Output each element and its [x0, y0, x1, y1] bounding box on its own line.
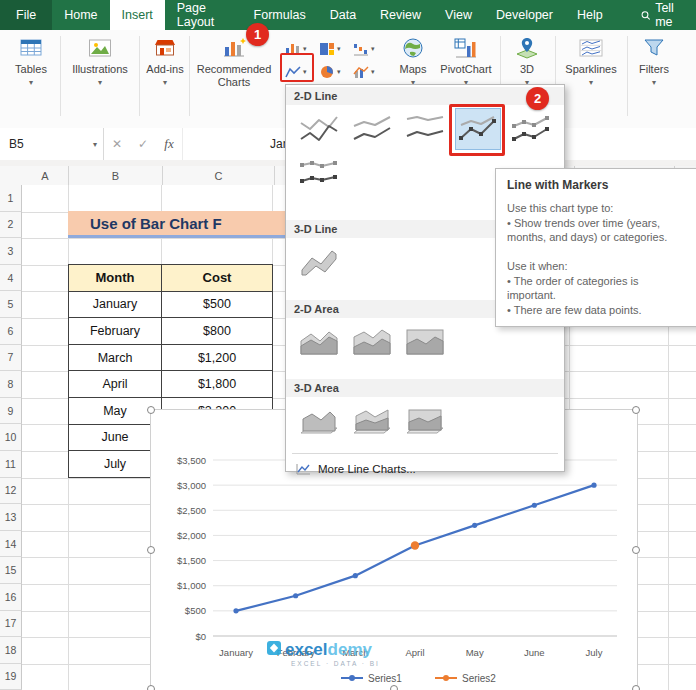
svg-text:$3,500: $3,500: [177, 455, 206, 466]
tab-insert[interactable]: Insert: [110, 0, 165, 30]
menu-icon-line[interactable]: [296, 108, 342, 150]
svg-text:January: January: [219, 647, 253, 658]
row-header-13[interactable]: 13: [0, 504, 22, 531]
row-header-15[interactable]: 15: [0, 557, 22, 584]
chart-resize-handle[interactable]: [632, 685, 640, 690]
chart-resize-handle[interactable]: [147, 546, 155, 554]
table-header-cell[interactable]: Month: [69, 265, 162, 292]
row-header-18[interactable]: 18: [0, 637, 22, 664]
threed-map-button[interactable]: 3D▾: [504, 36, 550, 87]
tab-page-layout[interactable]: Page Layout: [165, 0, 242, 30]
row-header-12[interactable]: 12: [0, 478, 22, 505]
row-header-3[interactable]: 3: [0, 238, 22, 265]
table-cell[interactable]: $500: [162, 292, 273, 319]
menu-icon-stacked-line-100[interactable]: [402, 108, 448, 150]
more-line-charts-item[interactable]: More Line Charts...: [286, 458, 564, 480]
menu-icon-stacked-area-100[interactable]: [402, 321, 448, 363]
funnel-icon: [641, 36, 667, 60]
table-cell[interactable]: June: [69, 425, 162, 452]
table-cell[interactable]: March: [69, 345, 162, 372]
row-header-2[interactable]: 2: [0, 212, 22, 239]
table-cell[interactable]: February: [69, 318, 162, 345]
table-cell[interactable]: $800: [162, 318, 273, 345]
insert-hierarchy-chart-button[interactable]: ▾: [316, 38, 350, 59]
row-header-9[interactable]: 9: [0, 398, 22, 425]
tables-button[interactable]: Tables▾: [6, 36, 56, 87]
row-header-16[interactable]: 16: [0, 584, 22, 611]
menu-icon-area-3d[interactable]: [296, 400, 342, 442]
cancel-icon[interactable]: ✕: [104, 128, 130, 160]
filters-button[interactable]: Filters▾: [630, 36, 678, 87]
sparklines-button[interactable]: Sparklines▾: [558, 36, 624, 87]
select-all-corner[interactable]: [0, 166, 23, 186]
column-header-A[interactable]: A: [22, 166, 69, 186]
enter-icon[interactable]: ✓: [130, 128, 156, 160]
step-2-badge: 2: [526, 87, 549, 110]
table-header-cell[interactable]: Cost: [162, 265, 273, 292]
svg-text:Series1: Series1: [368, 673, 402, 684]
name-box-value: B5: [9, 137, 24, 151]
row-header-19[interactable]: 19: [0, 664, 22, 690]
row-header-10[interactable]: 10: [0, 424, 22, 451]
svg-text:June: June: [524, 647, 545, 658]
row-header-8[interactable]: 8: [0, 371, 22, 398]
chart-resize-handle[interactable]: [147, 406, 155, 414]
menu-icon-stacked-area-3d[interactable]: [349, 400, 395, 442]
add-ins-button[interactable]: Add-ins▾: [143, 36, 187, 87]
tab-label: Insert: [122, 8, 153, 22]
row-header-6[interactable]: 6: [0, 318, 22, 345]
row-header-14[interactable]: 14: [0, 531, 22, 558]
row-header-17[interactable]: 17: [0, 611, 22, 638]
illustrations-button[interactable]: Illustrations▾: [64, 36, 136, 87]
row-header-4[interactable]: 4: [0, 265, 22, 292]
menu-icon-stacked-line-100-with-markers[interactable]: [296, 153, 342, 195]
row-header-5[interactable]: 5: [0, 291, 22, 318]
treemap-chart-icon: [319, 42, 335, 56]
tab-label: View: [445, 8, 472, 22]
row-header-11[interactable]: 11: [0, 451, 22, 478]
menu-icon-stacked-area-100-3d[interactable]: [402, 400, 448, 442]
maps-button[interactable]: Maps▾: [390, 36, 436, 87]
ribbon-tabs: FileHomeInsertPage LayoutFormulasDataRev…: [0, 0, 696, 30]
chevron-down-icon[interactable]: ▾: [93, 140, 97, 149]
table-cell[interactable]: January: [69, 292, 162, 319]
tab-data[interactable]: Data: [318, 0, 368, 30]
name-box[interactable]: B5 ▾: [0, 128, 104, 160]
menu-icon-area[interactable]: [296, 321, 342, 363]
tab-tell-me[interactable]: Tell me: [629, 0, 696, 30]
table-cell[interactable]: April: [69, 371, 162, 398]
tab-file[interactable]: File: [0, 0, 52, 30]
menu-icon-line-3d[interactable]: [296, 241, 342, 283]
chart-resize-handle[interactable]: [632, 406, 640, 414]
svg-text:April: April: [405, 647, 424, 658]
tab-label: Page Layout: [177, 1, 230, 29]
tab-review[interactable]: Review: [368, 0, 433, 30]
row-header-7[interactable]: 7: [0, 345, 22, 372]
insert-waterfall-chart-button[interactable]: ▾: [350, 38, 384, 59]
column-header-B[interactable]: B: [69, 166, 163, 186]
pivotchart-button[interactable]: PivotChart▾: [436, 36, 496, 87]
more-line-charts-icon: [295, 463, 311, 476]
chart-resize-handle[interactable]: [632, 546, 640, 554]
chart-resize-handle[interactable]: [390, 685, 398, 690]
row-header-1[interactable]: 1: [0, 185, 22, 212]
tab-help[interactable]: Help: [565, 0, 615, 30]
insert-combo-chart-button[interactable]: ▾: [350, 61, 384, 82]
table-cell[interactable]: $1,800: [162, 371, 273, 398]
table-row: April$1,800: [69, 371, 273, 398]
tab-home[interactable]: Home: [52, 0, 109, 30]
table-cell[interactable]: $1,200: [162, 345, 273, 372]
tab-developer[interactable]: Developer: [484, 0, 565, 30]
column-header-C[interactable]: C: [163, 166, 275, 186]
menu-icon-stacked-area[interactable]: [349, 321, 395, 363]
table-icon: [18, 36, 44, 60]
svg-text:$3,000: $3,000: [177, 480, 206, 491]
table-cell[interactable]: July: [69, 451, 162, 478]
tab-view[interactable]: View: [433, 0, 484, 30]
chart-resize-handle[interactable]: [147, 685, 155, 690]
menu-icon-stacked-line[interactable]: [349, 108, 395, 150]
tab-label: Help: [577, 8, 603, 22]
insert-pie-chart-button[interactable]: ▾: [316, 61, 350, 82]
insert-function-icon[interactable]: fx: [156, 128, 182, 160]
menu-icon-stacked-line-with-markers[interactable]: [508, 108, 554, 150]
